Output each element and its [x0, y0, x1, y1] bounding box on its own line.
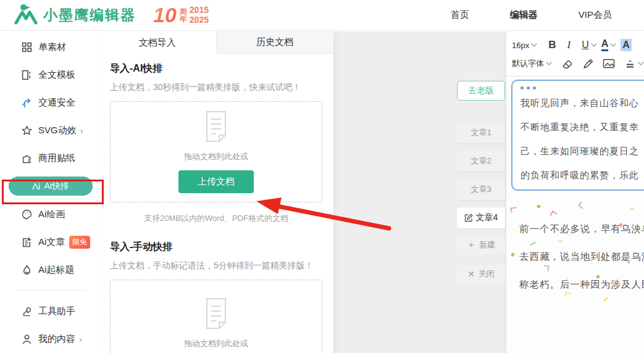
file-tab-label: 文章4	[476, 212, 498, 223]
highlight-color-button[interactable]: A	[621, 39, 632, 51]
confetti-decoration	[578, 201, 586, 209]
editor-text-line: 称老朽。后一种因为涉及人民币	[519, 270, 644, 298]
manual-import-section-title: 导入-手动快排	[110, 241, 322, 254]
eraser-icon[interactable]	[561, 58, 573, 70]
old-version-button[interactable]: 去老版	[457, 81, 505, 101]
brand-name: 小墨鹰编辑器	[43, 6, 136, 25]
top-header: 小墨鹰编辑器 10 周 年 2015 2025 首页 编辑器 VIP会员	[0, 0, 644, 31]
document-tab-column: 去老版 文章1 文章2 文章3 文章4 ＋ 新建 ✕ 关闭	[457, 81, 505, 294]
selected-content-block[interactable]: 我听见回声，来自山谷和心 不断地重复决绝，又重复幸 己，生来如同璀璨的夏日之 的…	[511, 80, 644, 191]
sidebar-item-single-material[interactable]: 单素材	[0, 38, 99, 56]
plus-icon: ＋	[467, 239, 475, 251]
new-button-label: 新建	[479, 239, 495, 251]
sidebar-divider	[16, 290, 86, 291]
font-family-dropdown[interactable]: 默认字体	[512, 58, 552, 69]
drop-hint-text: 拖动文档到此处或	[184, 338, 248, 349]
sidebar-item-label: Ai快排	[44, 181, 69, 192]
article-icon	[20, 236, 33, 248]
drop-hint-text: 拖动文档到此处或	[184, 151, 248, 162]
sidebar-item-label: 单素材	[38, 41, 66, 53]
editor-text-line: 我听见回声，来自山谷和心	[521, 91, 644, 115]
file-tab-article2[interactable]: 文章2	[457, 151, 505, 172]
person-icon	[20, 333, 33, 345]
import-tab-bar: 文档导入 历史文档	[99, 31, 333, 54]
sidebar-item-commercial-stickers[interactable]: 商用贴纸	[0, 149, 99, 167]
font-color-dropdown[interactable]: A	[601, 39, 617, 51]
bold-button[interactable]: B	[548, 39, 556, 51]
tab-history-documents[interactable]: 历史文档	[216, 31, 334, 54]
document-icon	[203, 297, 230, 332]
star-icon	[20, 124, 33, 136]
puzzle-icon	[20, 152, 33, 164]
sidebar-item-label: Ai文章	[38, 236, 65, 248]
flame-icon	[20, 264, 33, 276]
sidebar-item-tool-assistant[interactable]: 工具助手	[0, 302, 99, 320]
manual-upload-dropzone[interactable]: 拖动文档到此处或 上传文档	[110, 280, 322, 353]
anniversary-year-end: 2025	[190, 15, 209, 25]
content-block-2[interactable]: 前一个不必多说，早有乌泱乌 去西藏，说当地到处都是乌泱乌 称老朽。后一种因为涉及…	[519, 215, 644, 298]
sidebar-item-ai-quick-layout[interactable]: Λi Ai快排	[9, 176, 93, 196]
editor-text-line: 的负荷和呼吸的累赘，乐此	[521, 163, 644, 187]
upload-document-button[interactable]: 上传文档	[178, 170, 254, 193]
chevron-down-icon	[546, 62, 552, 65]
chevron-down-icon	[591, 43, 597, 47]
editor-content-area[interactable]: 我听见回声，来自山谷和心 不断地重复决绝，又重复幸 己，生来如同璀璨的夏日之 的…	[506, 77, 644, 353]
file-tab-article4[interactable]: 文章4	[457, 207, 505, 228]
brand-logo[interactable]: 小墨鹰编辑器	[14, 3, 136, 28]
tools-icon	[20, 305, 33, 317]
italic-button[interactable]: I	[567, 39, 571, 51]
tab-document-import[interactable]: 文档导入	[99, 31, 216, 54]
sidebar-item-my-content[interactable]: 我的内容 ›	[0, 330, 99, 348]
confetti-decoration	[511, 252, 515, 257]
confetti-decoration	[537, 204, 541, 209]
sidebar-item-label: 交通安全	[38, 97, 75, 109]
nav-home[interactable]: 首页	[451, 9, 469, 21]
palette-icon	[20, 208, 33, 220]
file-tab-article3[interactable]: 文章3	[457, 179, 505, 200]
editor-toolbar: 16px B I U A A	[506, 31, 644, 77]
left-sidebar: 单素材 全文模板 交通安全	[0, 31, 99, 353]
chevron-down-icon	[638, 62, 644, 65]
sidebar-item-label: 商用贴纸	[38, 152, 75, 164]
sidebar-item-ai-article[interactable]: Ai文章 限免	[0, 233, 99, 251]
chevron-right-icon: ›	[80, 125, 83, 136]
main-nav: 首页 编辑器 VIP会员	[451, 9, 644, 21]
sidebar-item-svg-animation[interactable]: SVG动效 ›	[0, 121, 99, 139]
edit-icon	[464, 214, 473, 222]
anniversary-year-start: 2015	[190, 6, 209, 15]
grid-icon	[20, 41, 33, 53]
new-document-button[interactable]: ＋ 新建	[457, 236, 505, 254]
line-height-dropdown[interactable]	[624, 58, 644, 70]
sidebar-item-ai-title[interactable]: Ai起标题	[0, 260, 99, 279]
editor-text-line: 己，生来如同璀璨的夏日之	[521, 139, 644, 163]
template-icon	[20, 69, 33, 81]
import-panel: 文档导入 历史文档 导入-AI快排 上传文档，30秒得到一篇精美排版，快来试试吧…	[99, 31, 333, 353]
nav-vip[interactable]: VIP会员	[579, 9, 612, 21]
chevron-down-icon	[531, 43, 537, 47]
anniversary-nian: 年	[180, 15, 187, 23]
format-hint-text: 支持20MB以内的Word、PDF格式的文档	[110, 213, 322, 224]
image-icon[interactable]	[603, 58, 615, 69]
manual-import-section-subtitle: 上传文档，手动标记语法，5分钟得到一篇精美排版！	[110, 260, 322, 272]
format-painter-icon[interactable]	[582, 58, 594, 70]
ai-upload-dropzone[interactable]: 拖动文档到此处或 上传文档	[110, 101, 322, 202]
block-handle-dots-icon	[521, 86, 644, 89]
anniversary-number: 10	[153, 3, 177, 27]
anniversary-badge: 10 周 年 2015 2025	[153, 3, 209, 27]
underline-dropdown[interactable]: U	[582, 39, 597, 51]
chevron-right-icon: ›	[79, 334, 82, 344]
sidebar-item-label: 全文模板	[38, 69, 75, 81]
nav-editor[interactable]: 编辑器	[510, 9, 538, 21]
document-icon	[203, 110, 230, 145]
editor-text-line: 前一个不必多说，早有乌泱乌	[519, 215, 644, 243]
editor-text-line: 去西藏，说当地到处都是乌泱乌	[519, 243, 644, 270]
sidebar-item-fulltext-template[interactable]: 全文模板	[0, 65, 99, 84]
sidebar-item-label: Ai起标题	[38, 264, 74, 276]
font-size-dropdown[interactable]: 16px	[512, 41, 537, 50]
free-limited-badge: 限免	[69, 236, 90, 249]
close-document-button[interactable]: ✕ 关闭	[457, 265, 505, 283]
ai-logo-icon: Λi	[32, 181, 40, 191]
sidebar-item-ai-painting[interactable]: Ai绘画	[0, 205, 99, 223]
sidebar-item-traffic-safety[interactable]: 交通安全	[0, 93, 99, 112]
file-tab-article1[interactable]: 文章1	[457, 122, 505, 143]
